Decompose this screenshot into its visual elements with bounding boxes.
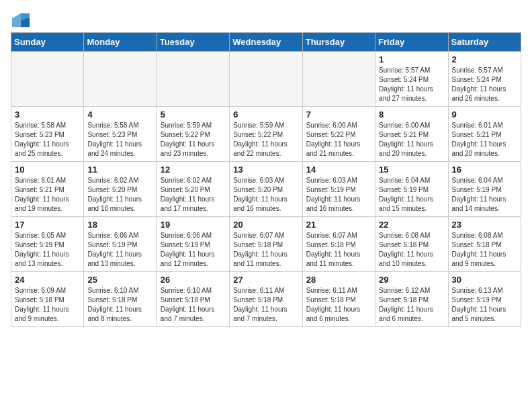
calendar-week-row: 3Sunrise: 5:58 AMSunset: 5:23 PMDaylight… bbox=[11, 107, 521, 162]
calendar-day-cell bbox=[11, 52, 84, 107]
calendar-day-cell: 13Sunrise: 6:03 AMSunset: 5:20 PMDayligh… bbox=[230, 162, 302, 217]
day-number: 23 bbox=[452, 220, 517, 230]
day-number: 22 bbox=[379, 220, 444, 230]
day-info: Sunrise: 6:10 AMSunset: 5:18 PMDaylight:… bbox=[87, 286, 152, 324]
day-info: Sunrise: 6:01 AMSunset: 5:21 PMDaylight:… bbox=[452, 121, 517, 158]
calendar-week-row: 24Sunrise: 6:09 AMSunset: 5:18 PMDayligh… bbox=[11, 272, 521, 327]
day-info: Sunrise: 6:09 AMSunset: 5:18 PMDaylight:… bbox=[15, 286, 80, 324]
calendar-day-cell: 22Sunrise: 6:08 AMSunset: 5:18 PMDayligh… bbox=[375, 217, 448, 272]
day-number: 30 bbox=[452, 275, 517, 285]
calendar-day-cell bbox=[302, 52, 375, 107]
day-number: 11 bbox=[87, 165, 152, 175]
day-number: 27 bbox=[233, 275, 298, 285]
day-info: Sunrise: 5:59 AMSunset: 5:22 PMDaylight:… bbox=[161, 121, 226, 158]
day-number: 14 bbox=[306, 165, 371, 175]
day-number: 29 bbox=[379, 275, 444, 285]
calendar-day-cell: 17Sunrise: 6:05 AMSunset: 5:19 PMDayligh… bbox=[11, 217, 84, 272]
day-info: Sunrise: 5:57 AMSunset: 5:24 PMDaylight:… bbox=[452, 66, 517, 103]
weekday-header-thursday: Thursday bbox=[302, 33, 375, 52]
day-info: Sunrise: 5:58 AMSunset: 5:23 PMDaylight:… bbox=[15, 121, 80, 158]
calendar-day-cell: 26Sunrise: 6:10 AMSunset: 5:18 PMDayligh… bbox=[157, 272, 229, 327]
weekday-header-wednesday: Wednesday bbox=[230, 33, 302, 52]
day-number: 13 bbox=[233, 165, 298, 175]
day-info: Sunrise: 6:06 AMSunset: 5:19 PMDaylight:… bbox=[161, 231, 226, 269]
day-number: 24 bbox=[15, 275, 80, 285]
calendar-day-cell: 27Sunrise: 6:11 AMSunset: 5:18 PMDayligh… bbox=[230, 272, 302, 327]
day-info: Sunrise: 5:59 AMSunset: 5:22 PMDaylight:… bbox=[233, 121, 298, 158]
calendar-day-cell: 21Sunrise: 6:07 AMSunset: 5:18 PMDayligh… bbox=[302, 217, 375, 272]
calendar-day-cell: 4Sunrise: 5:58 AMSunset: 5:23 PMDaylight… bbox=[84, 107, 157, 162]
calendar-day-cell: 7Sunrise: 6:00 AMSunset: 5:22 PMDaylight… bbox=[302, 107, 375, 162]
day-number: 28 bbox=[306, 275, 371, 285]
calendar-week-row: 10Sunrise: 6:01 AMSunset: 5:21 PMDayligh… bbox=[11, 162, 521, 217]
weekday-header-sunday: Sunday bbox=[11, 33, 84, 52]
calendar-day-cell: 9Sunrise: 6:01 AMSunset: 5:21 PMDaylight… bbox=[448, 107, 521, 162]
day-info: Sunrise: 6:11 AMSunset: 5:18 PMDaylight:… bbox=[306, 286, 371, 324]
calendar-day-cell: 19Sunrise: 6:06 AMSunset: 5:19 PMDayligh… bbox=[157, 217, 229, 272]
calendar-day-cell: 24Sunrise: 6:09 AMSunset: 5:18 PMDayligh… bbox=[11, 272, 84, 327]
day-info: Sunrise: 6:08 AMSunset: 5:18 PMDaylight:… bbox=[452, 231, 517, 269]
calendar-day-cell: 28Sunrise: 6:11 AMSunset: 5:18 PMDayligh… bbox=[302, 272, 375, 327]
day-number: 8 bbox=[379, 109, 444, 120]
day-info: Sunrise: 6:08 AMSunset: 5:18 PMDaylight:… bbox=[379, 231, 444, 269]
day-number: 18 bbox=[87, 220, 152, 230]
svg-marker-1 bbox=[12, 13, 21, 28]
calendar-day-cell: 2Sunrise: 5:57 AMSunset: 5:24 PMDaylight… bbox=[448, 52, 521, 107]
day-info: Sunrise: 6:00 AMSunset: 5:22 PMDaylight:… bbox=[306, 121, 371, 158]
calendar-day-cell: 25Sunrise: 6:10 AMSunset: 5:18 PMDayligh… bbox=[84, 272, 157, 327]
day-number: 15 bbox=[379, 165, 444, 175]
day-info: Sunrise: 6:04 AMSunset: 5:19 PMDaylight:… bbox=[452, 176, 517, 214]
day-info: Sunrise: 6:07 AMSunset: 5:18 PMDaylight:… bbox=[233, 231, 298, 269]
calendar-day-cell: 6Sunrise: 5:59 AMSunset: 5:22 PMDaylight… bbox=[230, 107, 302, 162]
day-number: 12 bbox=[161, 165, 226, 175]
calendar-day-cell: 10Sunrise: 6:01 AMSunset: 5:21 PMDayligh… bbox=[11, 162, 84, 217]
weekday-header-saturday: Saturday bbox=[448, 33, 521, 52]
calendar-week-row: 1Sunrise: 5:57 AMSunset: 5:24 PMDaylight… bbox=[11, 52, 521, 107]
day-number: 25 bbox=[87, 275, 152, 285]
logo bbox=[11, 11, 31, 27]
day-number: 6 bbox=[233, 109, 298, 120]
day-info: Sunrise: 5:57 AMSunset: 5:24 PMDaylight:… bbox=[379, 66, 444, 103]
calendar-day-cell: 23Sunrise: 6:08 AMSunset: 5:18 PMDayligh… bbox=[448, 217, 521, 272]
weekday-header-row: SundayMondayTuesdayWednesdayThursdayFrid… bbox=[11, 33, 521, 52]
day-info: Sunrise: 6:13 AMSunset: 5:19 PMDaylight:… bbox=[452, 286, 517, 324]
day-info: Sunrise: 6:07 AMSunset: 5:18 PMDaylight:… bbox=[306, 231, 371, 269]
day-info: Sunrise: 6:06 AMSunset: 5:19 PMDaylight:… bbox=[87, 231, 152, 269]
page-header bbox=[11, 11, 521, 27]
calendar-day-cell: 5Sunrise: 5:59 AMSunset: 5:22 PMDaylight… bbox=[157, 107, 229, 162]
calendar-day-cell: 20Sunrise: 6:07 AMSunset: 5:18 PMDayligh… bbox=[230, 217, 302, 272]
day-info: Sunrise: 6:02 AMSunset: 5:20 PMDaylight:… bbox=[87, 176, 152, 214]
calendar-day-cell: 14Sunrise: 6:03 AMSunset: 5:19 PMDayligh… bbox=[302, 162, 375, 217]
day-number: 1 bbox=[379, 54, 444, 64]
day-number: 4 bbox=[87, 109, 152, 120]
day-info: Sunrise: 6:03 AMSunset: 5:20 PMDaylight:… bbox=[233, 176, 298, 214]
day-info: Sunrise: 6:01 AMSunset: 5:21 PMDaylight:… bbox=[15, 176, 80, 214]
calendar-table: SundayMondayTuesdayWednesdayThursdayFrid… bbox=[11, 32, 521, 327]
day-info: Sunrise: 6:00 AMSunset: 5:21 PMDaylight:… bbox=[379, 121, 444, 158]
day-info: Sunrise: 6:12 AMSunset: 5:18 PMDaylight:… bbox=[379, 286, 444, 324]
calendar-day-cell: 15Sunrise: 6:04 AMSunset: 5:19 PMDayligh… bbox=[375, 162, 448, 217]
day-number: 3 bbox=[15, 109, 80, 120]
day-number: 16 bbox=[452, 165, 517, 175]
calendar-day-cell: 16Sunrise: 6:04 AMSunset: 5:19 PMDayligh… bbox=[448, 162, 521, 217]
calendar-day-cell: 29Sunrise: 6:12 AMSunset: 5:18 PMDayligh… bbox=[375, 272, 448, 327]
logo-icon bbox=[12, 11, 31, 30]
calendar-day-cell: 1Sunrise: 5:57 AMSunset: 5:24 PMDaylight… bbox=[375, 52, 448, 107]
weekday-header-monday: Monday bbox=[84, 33, 157, 52]
calendar-day-cell: 8Sunrise: 6:00 AMSunset: 5:21 PMDaylight… bbox=[375, 107, 448, 162]
calendar-day-cell: 3Sunrise: 5:58 AMSunset: 5:23 PMDaylight… bbox=[11, 107, 84, 162]
day-number: 26 bbox=[161, 275, 226, 285]
calendar-day-cell bbox=[84, 52, 157, 107]
weekday-header-tuesday: Tuesday bbox=[157, 33, 229, 52]
calendar-day-cell bbox=[157, 52, 229, 107]
day-number: 2 bbox=[452, 54, 517, 64]
calendar-week-row: 17Sunrise: 6:05 AMSunset: 5:19 PMDayligh… bbox=[11, 217, 521, 272]
day-number: 7 bbox=[306, 109, 371, 120]
calendar-day-cell: 30Sunrise: 6:13 AMSunset: 5:19 PMDayligh… bbox=[448, 272, 521, 327]
day-number: 20 bbox=[233, 220, 298, 230]
day-number: 10 bbox=[15, 165, 80, 175]
day-info: Sunrise: 5:58 AMSunset: 5:23 PMDaylight:… bbox=[87, 121, 152, 158]
weekday-header-friday: Friday bbox=[375, 33, 448, 52]
day-info: Sunrise: 6:10 AMSunset: 5:18 PMDaylight:… bbox=[161, 286, 226, 324]
day-info: Sunrise: 6:04 AMSunset: 5:19 PMDaylight:… bbox=[379, 176, 444, 214]
